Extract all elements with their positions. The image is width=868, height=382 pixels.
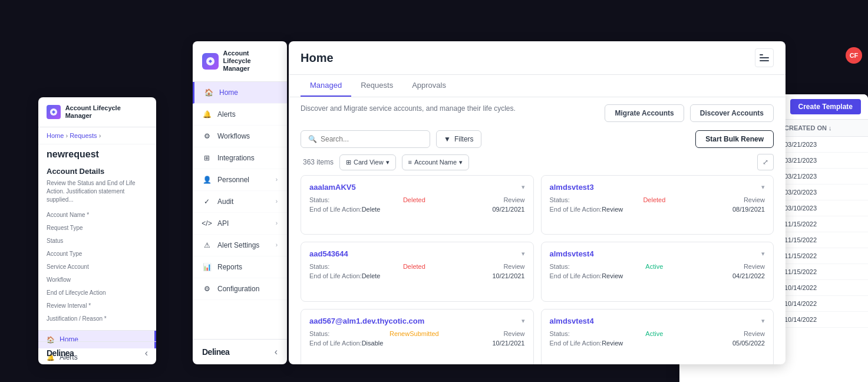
mid-nav-alerts[interactable]: 🔔 Alerts bbox=[193, 104, 287, 126]
sort-chevron: ▾ bbox=[459, 159, 463, 166]
mid-nav-workflows[interactable]: ⚙ Workflows bbox=[193, 126, 287, 147]
user-avatar[interactable]: CF bbox=[846, 47, 862, 64]
sort-icon: ≡ bbox=[408, 159, 412, 166]
row-created: 03/10/2023 bbox=[784, 205, 861, 212]
expand-view-button[interactable]: ⤢ bbox=[757, 154, 774, 170]
row-created: 03/21/2023 bbox=[784, 157, 861, 164]
delinea-logo: Delinea bbox=[47, 348, 74, 358]
mid-nav-configuration[interactable]: ⚙ Configuration bbox=[193, 278, 287, 300]
card-eol-row: End of Life Action: Delete 09/21/2021 bbox=[309, 206, 525, 213]
mid-nav-home[interactable]: 🏠 Home bbox=[193, 82, 287, 104]
card-eol-row: End of Life Action: Review 08/19/2021 bbox=[550, 206, 765, 213]
card-expand-chevron: ▾ bbox=[761, 317, 765, 325]
mid-nav-integrations[interactable]: ⊞ Integrations bbox=[193, 147, 287, 169]
mid-nav-configuration-label: Configuration bbox=[217, 285, 278, 293]
form-field-label: Justification / Reason * bbox=[47, 314, 148, 323]
card-eol-value: Disable bbox=[362, 340, 384, 347]
mid-nav-personnel[interactable]: 👤 Personnel › bbox=[193, 169, 287, 191]
card-eol-value: Delete bbox=[362, 272, 381, 279]
form-field-label: Workflow bbox=[47, 275, 148, 284]
breadcrumb-home[interactable]: Home bbox=[47, 132, 64, 139]
card-eol-date: 05/05/2022 bbox=[732, 340, 765, 347]
card-header: aad567@alm1.dev.thycotic.com ▾ bbox=[309, 317, 525, 325]
mid-collapse-button[interactable]: ‹ bbox=[275, 347, 278, 357]
mid-brand-line2: Manager bbox=[223, 65, 278, 73]
discover-accounts-button[interactable]: Discover Accounts bbox=[690, 104, 774, 122]
account-name-sort-button[interactable]: ≡ Account Name ▾ bbox=[402, 154, 470, 170]
mid-sidebar-header: Account Lifecycle Manager bbox=[193, 41, 287, 82]
tab-approvals[interactable]: Approvals bbox=[402, 75, 456, 97]
card-eol-date: 10/21/2021 bbox=[492, 272, 524, 279]
card-status-row: Status: Active Review bbox=[550, 263, 765, 270]
card-view-button[interactable]: ⊞ Card View ▾ bbox=[339, 154, 396, 170]
mid-nav-personnel-label: Personnel bbox=[217, 176, 270, 184]
mid-nav-audit-label: Audit bbox=[217, 197, 270, 206]
card-expand-chevron: ▾ bbox=[522, 250, 525, 258]
mid-chevron-alert-settings: › bbox=[276, 242, 278, 248]
items-count: 363 items bbox=[301, 158, 334, 166]
filter-button[interactable]: ▼ Filters bbox=[436, 130, 481, 148]
row-created: 03/21/2023 bbox=[784, 141, 861, 148]
account-card[interactable]: aad543644 ▾ Status: Deleted Review End o… bbox=[301, 242, 534, 301]
mid-sidebar: Account Lifecycle Manager 🏠 Home 🔔 Alert… bbox=[193, 41, 287, 364]
row-created: 11/15/2022 bbox=[784, 268, 861, 275]
card-status-label: Status: bbox=[550, 196, 570, 203]
section-desc: Review the Status and End of Life Action… bbox=[38, 178, 156, 209]
card-account-name: aad567@alm1.dev.thycotic.com bbox=[309, 317, 424, 325]
account-card[interactable]: almdsvtest4 ▾ Status: Active Review End … bbox=[541, 242, 774, 301]
card-account-name: almdsvtest3 bbox=[550, 183, 594, 192]
bulk-renew-button[interactable]: Start Bulk Renew bbox=[695, 130, 774, 148]
main-tabs: Managed Requests Approvals bbox=[289, 75, 786, 97]
mid-nav-reports[interactable]: 📊 Reports bbox=[193, 256, 287, 278]
filter-icon: ▼ bbox=[444, 135, 451, 143]
mid-bell-icon: 🔔 bbox=[202, 110, 212, 119]
account-card[interactable]: aad567@alm1.dev.thycotic.com ▾ Status: R… bbox=[301, 309, 534, 364]
main-title: Home bbox=[301, 51, 334, 65]
tab-requests[interactable]: Requests bbox=[351, 75, 402, 97]
card-eol-value: Review bbox=[602, 206, 623, 213]
migrate-accounts-button[interactable]: Migrate Accounts bbox=[605, 104, 684, 122]
sidebar-collapse-button[interactable]: ‹ bbox=[145, 348, 148, 358]
account-card[interactable]: almdsvtest3 ▾ Status: Deleted Review End… bbox=[541, 175, 774, 235]
card-view-chevron: ▾ bbox=[386, 159, 390, 166]
card-status-value: Deleted bbox=[403, 263, 425, 270]
card-header: almdsvtest4 ▾ bbox=[550, 249, 765, 258]
page-title: newrequest bbox=[38, 144, 156, 162]
card-expand-chevron: ▾ bbox=[522, 183, 525, 191]
breadcrumb: Home › Requests › bbox=[38, 127, 156, 144]
card-status-row: Status: Deleted Review bbox=[550, 196, 765, 203]
search-input[interactable] bbox=[321, 135, 423, 143]
card-review-label: Review bbox=[503, 330, 524, 337]
mid-chevron-personnel: › bbox=[276, 176, 278, 183]
card-status-label: Status: bbox=[309, 196, 329, 203]
card-header: aaalamAKV5 ▾ bbox=[309, 183, 525, 192]
account-card[interactable]: aaalamAKV5 ▾ Status: Deleted Review End … bbox=[301, 175, 534, 235]
mid-nav-workflows-label: Workflows bbox=[217, 132, 278, 140]
mid-nav-alerts-label: Alerts bbox=[217, 110, 278, 118]
card-eol-value: Delete bbox=[362, 206, 381, 213]
mid-nav-alert-settings[interactable]: ⚠ Alert Settings › bbox=[193, 235, 287, 256]
card-eol-label: End of Life Action: bbox=[309, 206, 362, 213]
card-status-label: Status: bbox=[309, 263, 329, 270]
form-field-label: Review Interval * bbox=[47, 301, 148, 310]
card-eol-date: 10/21/2021 bbox=[492, 340, 524, 347]
card-review-label: Review bbox=[503, 196, 524, 203]
account-card[interactable]: almdsvtest4 ▾ Status: Active Review End … bbox=[541, 309, 774, 364]
mid-nav-home-label: Home bbox=[219, 88, 278, 97]
main-panel: Home Managed Requests Approvals Discover… bbox=[289, 41, 786, 364]
row-created: 10/14/2022 bbox=[784, 300, 861, 307]
create-template-button[interactable]: Create Template bbox=[790, 99, 861, 114]
sidebar-toggle-button[interactable] bbox=[755, 48, 774, 67]
mid-nav-audit[interactable]: ✓ Audit › bbox=[193, 191, 287, 213]
form-field-row: Account Name * bbox=[38, 209, 156, 222]
mid-grid-icon: ⊞ bbox=[202, 153, 212, 163]
mid-nav-alert-settings-label: Alert Settings bbox=[217, 241, 270, 249]
mid-nav-api[interactable]: </> API › bbox=[193, 213, 287, 235]
form-field-row: Request Type bbox=[38, 222, 156, 235]
mid-code-icon: </> bbox=[202, 219, 212, 228]
mid-home-icon: 🏠 bbox=[204, 88, 213, 97]
breadcrumb-requests[interactable]: Requests bbox=[70, 132, 97, 139]
card-eol-date: 09/21/2021 bbox=[492, 206, 524, 213]
card-account-name: aad543644 bbox=[309, 249, 348, 258]
tab-managed[interactable]: Managed bbox=[301, 75, 351, 97]
